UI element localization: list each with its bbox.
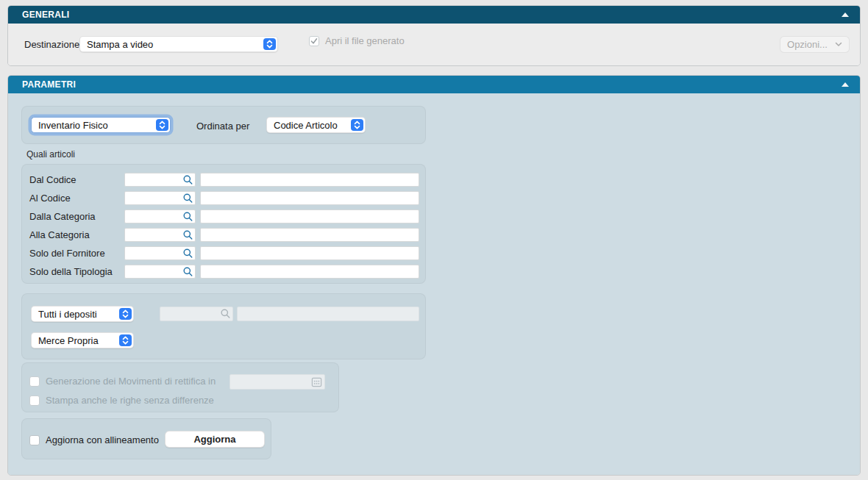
ordinata-per-select[interactable]: Codice Articolo — [266, 117, 366, 133]
solo-tipologia-description-input[interactable] — [200, 265, 419, 279]
righe-senza-differenze-label: Stampa anche le righe senza differenze — [46, 395, 214, 406]
panel-generali: GENERALI Destinazione Stampa a video Apr… — [7, 5, 861, 66]
aggiorna-button-label: Aggiorna — [193, 434, 235, 445]
dalla-categoria-search-field[interactable] — [124, 209, 196, 223]
check-icon — [310, 37, 318, 45]
panel-parametri-title: PARAMETRI — [22, 79, 76, 90]
righe-senza-differenze-checkbox — [29, 395, 40, 406]
filter-row-label: Solo della Tipologia — [29, 266, 113, 277]
destinazione-select[interactable]: Stampa a video — [79, 36, 278, 52]
group-tipo-stampa: Inventario Fisico Ordinata per Codice Ar… — [21, 106, 426, 144]
group-quali-articoli: Dal Codice Al Codice Dalla Categoria All… — [21, 164, 426, 284]
tipo-stampa-select[interactable]: Inventario Fisico — [31, 117, 171, 133]
solo-fornitore-code-input[interactable] — [124, 246, 196, 260]
ordinata-per-label: Ordinata per — [196, 121, 249, 132]
group-aggiorna: Aggiorna con allineamento Aggiorna — [21, 418, 271, 459]
alla-categoria-description-input[interactable] — [200, 228, 419, 242]
al-codice-code-input[interactable] — [124, 191, 196, 205]
group-depositi: Tutti i depositi Merce Propria — [21, 293, 426, 359]
solo-tipologia-search-field[interactable] — [124, 265, 196, 279]
solo-fornitore-description-input[interactable] — [200, 246, 419, 260]
solo-fornitore-search-field[interactable] — [124, 246, 196, 260]
deposito-code-input — [160, 307, 233, 321]
collapse-icon[interactable] — [840, 10, 850, 20]
calendar-icon — [311, 376, 322, 387]
merce-value: Merce Propria — [38, 335, 99, 346]
dal-codice-description-input[interactable] — [200, 173, 419, 187]
al-codice-search-field[interactable] — [124, 191, 196, 205]
depositi-select[interactable]: Tutti i depositi — [31, 306, 134, 322]
rettifica-label: Generazione dei Movimenti di rettifica i… — [46, 376, 216, 387]
aggiorna-checkbox-label: Aggiorna con allineamento — [46, 434, 159, 445]
destinazione-label: Destinazione — [24, 39, 79, 50]
popup-stepper-icon — [119, 308, 132, 320]
ordinata-per-value: Codice Articolo — [274, 120, 338, 131]
filter-row-label: Dal Codice — [29, 174, 77, 185]
solo-tipologia-code-input[interactable] — [124, 265, 196, 279]
filter-row-label: Alla Categoria — [29, 229, 90, 240]
quali-articoli-label: Quali articoli — [26, 149, 75, 160]
dal-codice-search-field[interactable] — [124, 173, 196, 187]
tipo-stampa-value: Inventario Fisico — [38, 120, 108, 131]
destinazione-value: Stampa a video — [87, 39, 153, 50]
panel-parametri: PARAMETRI Inventario Fisico Ordinata per… — [7, 75, 861, 476]
panel-parametri-header: PARAMETRI — [8, 76, 860, 93]
aggiorna-checkbox[interactable] — [29, 435, 40, 445]
chevron-down-icon — [835, 42, 842, 47]
filter-row-label: Al Codice — [29, 193, 71, 204]
deposito-search-field — [160, 307, 233, 321]
rettifica-checkbox — [29, 376, 40, 387]
popup-stepper-icon — [119, 334, 132, 346]
group-rettifica: Generazione dei Movimenti di rettifica i… — [21, 362, 339, 412]
alla-categoria-code-input[interactable] — [124, 228, 196, 242]
al-codice-description-input[interactable] — [200, 191, 419, 205]
panel-generali-title: GENERALI — [22, 10, 69, 20]
collapse-icon[interactable] — [840, 79, 850, 90]
dalla-categoria-description-input[interactable] — [200, 209, 419, 223]
popup-stepper-icon — [351, 119, 363, 131]
alla-categoria-search-field[interactable] — [124, 228, 196, 242]
merce-select[interactable]: Merce Propria — [31, 332, 134, 348]
deposito-description-input — [237, 307, 419, 321]
depositi-value: Tutti i depositi — [38, 309, 97, 320]
opzioni-button: Opzioni... — [780, 36, 850, 53]
panel-generali-header: GENERALI — [8, 6, 860, 24]
filter-row-label: Solo del Fornitore — [29, 248, 105, 259]
dalla-categoria-code-input[interactable] — [124, 209, 196, 223]
opzioni-button-label: Opzioni... — [787, 39, 828, 50]
dal-codice-code-input[interactable] — [124, 173, 196, 187]
apri-file-checkbox — [309, 36, 319, 46]
apri-file-label: Apri il file generato — [325, 35, 405, 46]
filter-row-label: Dalla Categoria — [29, 211, 96, 222]
popup-stepper-icon — [263, 38, 276, 50]
popup-stepper-icon — [156, 119, 168, 131]
aggiorna-button[interactable]: Aggiorna — [165, 431, 265, 448]
